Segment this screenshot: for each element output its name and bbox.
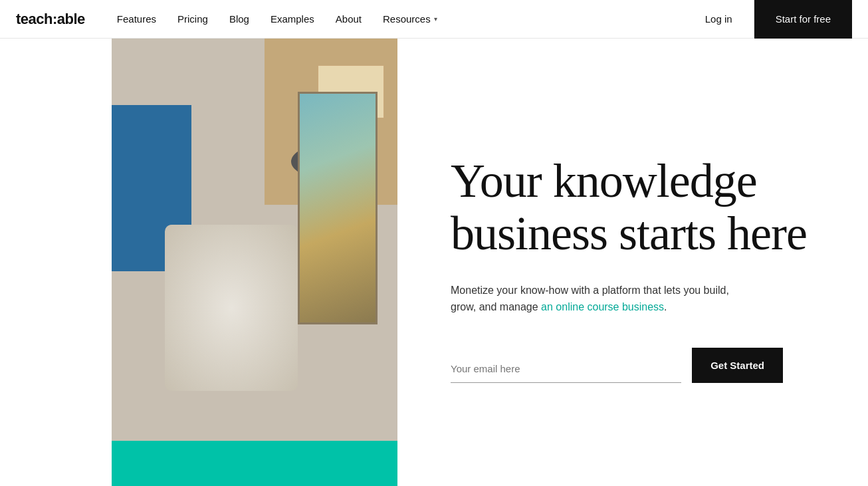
nav-examples[interactable]: Examples	[271, 13, 314, 25]
nav-resources-label: Resources	[383, 13, 431, 25]
login-button[interactable]: Log in	[684, 0, 754, 39]
hero-subtitle-link[interactable]: an online course business	[541, 301, 664, 312]
chevron-down-icon: ▾	[434, 15, 437, 23]
navbar: teach:able Features Pricing Blog Example…	[0, 0, 868, 39]
teal-bottom-bar	[112, 441, 397, 486]
painting-canvas	[298, 92, 378, 324]
nav-features[interactable]: Features	[117, 13, 156, 25]
logo[interactable]: teach:able	[16, 11, 85, 28]
nav-about[interactable]: About	[336, 13, 362, 25]
hero-section: Your knowledge business starts here Mone…	[0, 39, 868, 486]
nav-blog[interactable]: Blog	[229, 13, 249, 25]
hero-content: Your knowledge business starts here Mone…	[397, 39, 868, 486]
nav-resources[interactable]: Resources ▾	[383, 13, 437, 25]
artist-figure	[152, 172, 318, 437]
hero-subtitle: Monetize your know-how with a platform t…	[451, 282, 743, 316]
hero-title: Your knowledge business starts here	[451, 155, 828, 260]
hero-subtitle-text-2: .	[664, 301, 667, 312]
hero-image	[112, 39, 397, 444]
artist-shirt	[165, 225, 298, 391]
nav-links: Features Pricing Blog Examples About Res…	[117, 13, 684, 25]
nav-pricing[interactable]: Pricing	[177, 13, 208, 25]
get-started-button[interactable]: Get Started	[692, 348, 783, 383]
email-input-wrapper	[451, 360, 681, 383]
email-input[interactable]	[451, 360, 681, 377]
nav-right: Log in Start for free	[684, 0, 852, 39]
start-free-button[interactable]: Start for free	[754, 0, 852, 39]
hero-image-container	[112, 39, 397, 486]
email-form: Get Started	[451, 348, 783, 383]
